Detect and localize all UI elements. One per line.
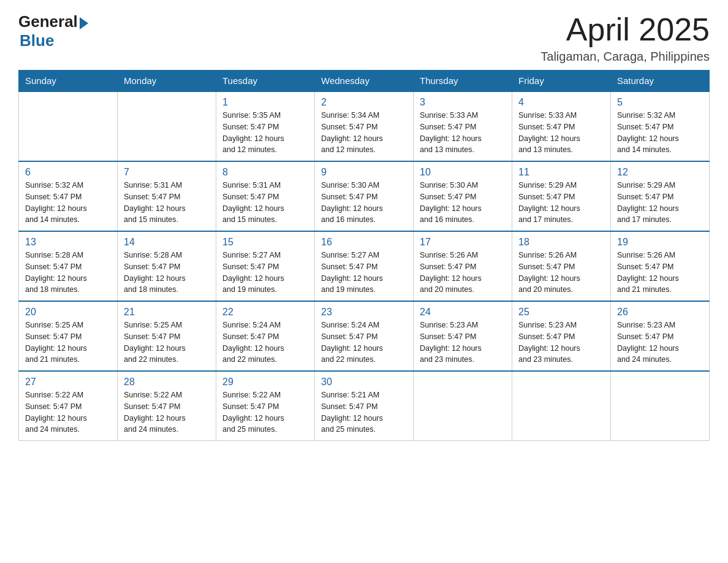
day-info: Sunrise: 5:26 AM Sunset: 5:47 PM Dayligh…	[617, 250, 703, 296]
day-info: Sunrise: 5:32 AM Sunset: 5:47 PM Dayligh…	[25, 180, 111, 226]
day-info: Sunrise: 5:31 AM Sunset: 5:47 PM Dayligh…	[222, 180, 308, 226]
calendar-cell: 15Sunrise: 5:27 AM Sunset: 5:47 PM Dayli…	[216, 231, 315, 301]
calendar-cell: 16Sunrise: 5:27 AM Sunset: 5:47 PM Dayli…	[315, 231, 414, 301]
calendar-cell: 4Sunrise: 5:33 AM Sunset: 5:47 PM Daylig…	[512, 91, 611, 161]
day-info: Sunrise: 5:23 AM Sunset: 5:47 PM Dayligh…	[617, 320, 703, 366]
day-number: 14	[124, 237, 210, 248]
calendar-week-3: 13Sunrise: 5:28 AM Sunset: 5:47 PM Dayli…	[19, 231, 710, 301]
calendar-cell: 30Sunrise: 5:21 AM Sunset: 5:47 PM Dayli…	[315, 371, 414, 441]
calendar-week-1: 1Sunrise: 5:35 AM Sunset: 5:47 PM Daylig…	[19, 91, 710, 161]
calendar-header-wednesday: Wednesday	[315, 71, 414, 92]
calendar-cell: 9Sunrise: 5:30 AM Sunset: 5:47 PM Daylig…	[315, 161, 414, 231]
calendar-table: SundayMondayTuesdayWednesdayThursdayFrid…	[18, 70, 710, 441]
day-info: Sunrise: 5:21 AM Sunset: 5:47 PM Dayligh…	[321, 389, 407, 435]
day-number: 22	[222, 307, 308, 318]
day-number: 4	[518, 97, 604, 108]
calendar-cell: 21Sunrise: 5:25 AM Sunset: 5:47 PM Dayli…	[118, 301, 216, 371]
day-info: Sunrise: 5:32 AM Sunset: 5:47 PM Dayligh…	[617, 110, 703, 156]
day-number: 9	[321, 167, 407, 178]
day-info: Sunrise: 5:30 AM Sunset: 5:47 PM Dayligh…	[420, 180, 506, 226]
logo: General Blue	[18, 12, 88, 50]
day-number: 5	[617, 97, 703, 108]
day-info: Sunrise: 5:22 AM Sunset: 5:47 PM Dayligh…	[124, 389, 210, 435]
day-number: 28	[124, 377, 210, 388]
day-number: 18	[518, 237, 604, 248]
calendar-cell: 28Sunrise: 5:22 AM Sunset: 5:47 PM Dayli…	[118, 371, 216, 441]
day-number: 2	[321, 97, 407, 108]
calendar-cell: 22Sunrise: 5:24 AM Sunset: 5:47 PM Dayli…	[216, 301, 315, 371]
day-info: Sunrise: 5:22 AM Sunset: 5:47 PM Dayligh…	[25, 389, 111, 435]
calendar-header-tuesday: Tuesday	[216, 71, 315, 92]
title-block: April 2025 Taligaman, Caraga, Philippine…	[540, 12, 710, 64]
calendar-header-sunday: Sunday	[19, 71, 118, 92]
day-info: Sunrise: 5:29 AM Sunset: 5:47 PM Dayligh…	[617, 180, 703, 226]
calendar-cell: 8Sunrise: 5:31 AM Sunset: 5:47 PM Daylig…	[216, 161, 315, 231]
calendar-cell: 20Sunrise: 5:25 AM Sunset: 5:47 PM Dayli…	[19, 301, 118, 371]
day-info: Sunrise: 5:34 AM Sunset: 5:47 PM Dayligh…	[321, 110, 407, 156]
day-number: 7	[124, 167, 210, 178]
calendar-cell	[611, 371, 710, 441]
calendar-cell: 25Sunrise: 5:23 AM Sunset: 5:47 PM Dayli…	[512, 301, 611, 371]
day-number: 30	[321, 377, 407, 388]
day-number: 11	[518, 167, 604, 178]
calendar-cell: 24Sunrise: 5:23 AM Sunset: 5:47 PM Dayli…	[414, 301, 512, 371]
calendar-cell: 7Sunrise: 5:31 AM Sunset: 5:47 PM Daylig…	[118, 161, 216, 231]
calendar-cell	[118, 91, 216, 161]
day-info: Sunrise: 5:33 AM Sunset: 5:47 PM Dayligh…	[518, 110, 604, 156]
day-number: 10	[420, 167, 506, 178]
calendar-cell	[19, 91, 118, 161]
calendar-header-thursday: Thursday	[414, 71, 512, 92]
calendar-header-friday: Friday	[512, 71, 611, 92]
day-number: 19	[617, 237, 703, 248]
day-info: Sunrise: 5:27 AM Sunset: 5:47 PM Dayligh…	[222, 250, 308, 296]
calendar-cell: 13Sunrise: 5:28 AM Sunset: 5:47 PM Dayli…	[19, 231, 118, 301]
logo-arrow-icon	[80, 17, 88, 29]
day-info: Sunrise: 5:23 AM Sunset: 5:47 PM Dayligh…	[420, 320, 506, 366]
day-number: 25	[518, 307, 604, 318]
page-header: General Blue April 2025 Taligaman, Carag…	[18, 12, 710, 64]
day-info: Sunrise: 5:27 AM Sunset: 5:47 PM Dayligh…	[321, 250, 407, 296]
calendar-cell	[512, 371, 611, 441]
day-number: 16	[321, 237, 407, 248]
day-info: Sunrise: 5:26 AM Sunset: 5:47 PM Dayligh…	[420, 250, 506, 296]
day-info: Sunrise: 5:25 AM Sunset: 5:47 PM Dayligh…	[25, 320, 111, 366]
day-info: Sunrise: 5:23 AM Sunset: 5:47 PM Dayligh…	[518, 320, 604, 366]
calendar-cell: 2Sunrise: 5:34 AM Sunset: 5:47 PM Daylig…	[315, 91, 414, 161]
day-number: 24	[420, 307, 506, 318]
day-info: Sunrise: 5:28 AM Sunset: 5:47 PM Dayligh…	[25, 250, 111, 296]
day-number: 29	[222, 377, 308, 388]
calendar-cell: 10Sunrise: 5:30 AM Sunset: 5:47 PM Dayli…	[414, 161, 512, 231]
day-number: 6	[25, 167, 111, 178]
day-number: 27	[25, 377, 111, 388]
calendar-week-4: 20Sunrise: 5:25 AM Sunset: 5:47 PM Dayli…	[19, 301, 710, 371]
calendar-cell: 23Sunrise: 5:24 AM Sunset: 5:47 PM Dayli…	[315, 301, 414, 371]
day-number: 20	[25, 307, 111, 318]
day-info: Sunrise: 5:22 AM Sunset: 5:47 PM Dayligh…	[222, 389, 308, 435]
day-info: Sunrise: 5:29 AM Sunset: 5:47 PM Dayligh…	[518, 180, 604, 226]
logo-blue-text: Blue	[20, 31, 88, 50]
day-number: 23	[321, 307, 407, 318]
day-info: Sunrise: 5:24 AM Sunset: 5:47 PM Dayligh…	[222, 320, 308, 366]
calendar-header-saturday: Saturday	[611, 71, 710, 92]
calendar-cell: 14Sunrise: 5:28 AM Sunset: 5:47 PM Dayli…	[118, 231, 216, 301]
calendar-cell: 19Sunrise: 5:26 AM Sunset: 5:47 PM Dayli…	[611, 231, 710, 301]
calendar-cell: 17Sunrise: 5:26 AM Sunset: 5:47 PM Dayli…	[414, 231, 512, 301]
calendar-header-row: SundayMondayTuesdayWednesdayThursdayFrid…	[19, 71, 710, 92]
month-title: April 2025	[540, 12, 710, 47]
day-number: 3	[420, 97, 506, 108]
day-info: Sunrise: 5:31 AM Sunset: 5:47 PM Dayligh…	[124, 180, 210, 226]
day-info: Sunrise: 5:28 AM Sunset: 5:47 PM Dayligh…	[124, 250, 210, 296]
logo-general-text: General	[18, 12, 78, 31]
day-number: 17	[420, 237, 506, 248]
calendar-cell: 5Sunrise: 5:32 AM Sunset: 5:47 PM Daylig…	[611, 91, 710, 161]
calendar-cell: 12Sunrise: 5:29 AM Sunset: 5:47 PM Dayli…	[611, 161, 710, 231]
calendar-cell: 29Sunrise: 5:22 AM Sunset: 5:47 PM Dayli…	[216, 371, 315, 441]
calendar-cell: 6Sunrise: 5:32 AM Sunset: 5:47 PM Daylig…	[19, 161, 118, 231]
calendar-cell	[414, 371, 512, 441]
day-info: Sunrise: 5:24 AM Sunset: 5:47 PM Dayligh…	[321, 320, 407, 366]
day-number: 12	[617, 167, 703, 178]
calendar-cell: 18Sunrise: 5:26 AM Sunset: 5:47 PM Dayli…	[512, 231, 611, 301]
calendar-cell: 27Sunrise: 5:22 AM Sunset: 5:47 PM Dayli…	[19, 371, 118, 441]
day-info: Sunrise: 5:35 AM Sunset: 5:47 PM Dayligh…	[222, 110, 308, 156]
day-info: Sunrise: 5:26 AM Sunset: 5:47 PM Dayligh…	[518, 250, 604, 296]
